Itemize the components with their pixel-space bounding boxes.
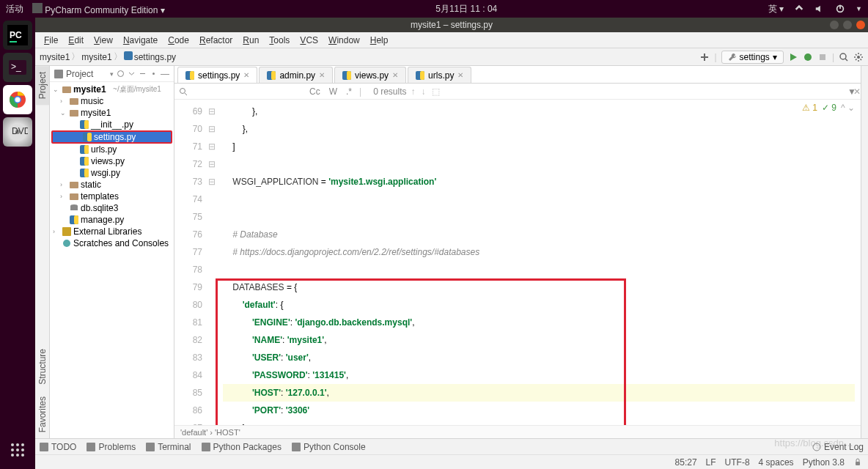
bottom-tool-terminal[interactable]: Terminal xyxy=(146,442,191,452)
menu-navigate[interactable]: Navigate xyxy=(119,34,162,47)
svg-rect-70 xyxy=(202,443,210,451)
code-content[interactable]: }, }, ] WSGI_APPLICATION = 'mysite1.wsgi… xyxy=(217,100,861,425)
tree-item-manage-py[interactable]: manage.py xyxy=(50,214,174,226)
debug-button[interactable] xyxy=(803,52,813,62)
run-config-selector[interactable]: settings ▾ xyxy=(721,51,784,64)
tab-admin-py[interactable]: admin.py✕ xyxy=(259,67,333,83)
system-clock[interactable]: 5月11日 11 : 04 xyxy=(165,3,768,15)
tree-item-views-py[interactable]: views.py xyxy=(50,155,174,167)
menu-vcs[interactable]: VCS xyxy=(295,34,323,47)
menu-code[interactable]: Code xyxy=(163,34,194,47)
search-opt-.*[interactable]: .* xyxy=(343,86,355,97)
tool-settings-icon[interactable] xyxy=(150,70,158,78)
editor-search-bar: CcW.* | 0 results ↑ ↓ ⬚ ▼ ✕ xyxy=(174,84,861,100)
tree-item-Scratches-and-Consoles[interactable]: Scratches and Consoles xyxy=(50,237,174,249)
caret-position[interactable]: 85:27 xyxy=(675,457,697,468)
search-everywhere-icon[interactable] xyxy=(839,52,849,62)
settings-icon[interactable] xyxy=(853,52,864,62)
close-icon[interactable]: ✕ xyxy=(392,71,398,79)
select-opened-icon[interactable] xyxy=(117,70,125,78)
tab-views-py[interactable]: views.py✕ xyxy=(334,67,406,83)
search-input[interactable] xyxy=(192,86,302,97)
tree-item-wsgi-py[interactable]: wsgi.py xyxy=(50,167,174,179)
run-button[interactable] xyxy=(788,52,798,62)
line-ending[interactable]: LF xyxy=(706,457,716,468)
app-indicator[interactable]: PyCharm Community Edition ▾ xyxy=(32,3,165,15)
project-tree[interactable]: ⌄ mysite1 ~/桌面/mysite1 ›music⌄mysite1__i… xyxy=(50,82,174,438)
tree-item-settings-py[interactable]: settings.py xyxy=(51,130,172,144)
bottom-tool-problems[interactable]: Problems xyxy=(87,442,136,452)
tree-item-urls-py[interactable]: urls.py xyxy=(50,144,174,155)
tree-item-__init__-py[interactable]: __init__.py xyxy=(50,119,174,130)
svg-point-56 xyxy=(63,240,70,247)
volume-icon[interactable] xyxy=(814,4,825,14)
code-editor[interactable]: 6970717273747576777879808182838485868788… xyxy=(174,100,861,425)
menu-help[interactable]: Help xyxy=(366,34,393,47)
launcher-chrome[interactable] xyxy=(3,85,32,114)
power-icon[interactable] xyxy=(835,4,845,14)
lock-icon[interactable] xyxy=(853,458,862,467)
python-interpreter[interactable]: Python 3.8 xyxy=(803,457,845,468)
project-tool-button[interactable]: Project xyxy=(36,66,49,105)
tree-item-templates[interactable]: ›templates xyxy=(50,191,174,202)
tab-urls-py[interactable]: urls.py✕ xyxy=(408,67,471,83)
project-root[interactable]: ⌄ mysite1 ~/桌面/mysite1 xyxy=(50,84,174,95)
close-icon[interactable]: ✕ xyxy=(457,71,463,79)
menu-view[interactable]: View xyxy=(89,34,117,47)
window-titlebar[interactable]: mysite1 – settings.py xyxy=(35,18,868,32)
activities-button[interactable]: 活动 xyxy=(6,3,23,15)
svg-point-27 xyxy=(804,53,812,61)
hide-tool-icon[interactable]: — xyxy=(161,69,169,79)
search-next-icon[interactable]: ↓ xyxy=(422,86,426,97)
search-prev-icon[interactable]: ↑ xyxy=(411,86,416,97)
svg-rect-50 xyxy=(70,193,78,200)
search-select-all-icon[interactable]: ⬚ xyxy=(432,86,440,97)
folder-icon xyxy=(70,97,78,106)
window-minimize[interactable] xyxy=(830,21,839,29)
close-icon[interactable]: ✕ xyxy=(243,71,249,79)
menu-file[interactable]: File xyxy=(40,34,62,47)
file-encoding[interactable]: UTF-8 xyxy=(725,457,750,468)
tree-item-music[interactable]: ›music xyxy=(50,95,174,107)
search-close-icon[interactable]: ✕ xyxy=(853,86,861,97)
input-method[interactable]: 英 ▾ xyxy=(768,3,784,15)
collapse-icon[interactable] xyxy=(139,70,147,78)
search-opt-W[interactable]: W xyxy=(326,86,340,97)
menu-run[interactable]: Run xyxy=(238,34,263,47)
launcher-terminal[interactable]: >_ xyxy=(3,53,32,82)
search-opt-Cc[interactable]: Cc xyxy=(306,86,323,97)
close-icon[interactable]: ✕ xyxy=(319,71,325,79)
expand-all-icon[interactable] xyxy=(128,70,136,78)
svg-rect-42 xyxy=(87,133,92,141)
navigation-breadcrumb[interactable]: mysite1〉mysite1〉 settings.py xyxy=(40,51,176,63)
menu-tools[interactable]: Tools xyxy=(265,34,294,47)
bottom-tool-python-console[interactable]: Python Console xyxy=(292,442,366,452)
project-tool-window: Project▾ — ⌄ mysite1 ~/桌面/mysite1 ›music… xyxy=(50,66,174,438)
tree-item-External-Libraries[interactable]: ›External Libraries xyxy=(50,226,174,237)
code-breadcrumb[interactable]: 'default' › 'HOST' xyxy=(174,425,861,438)
window-close[interactable] xyxy=(856,21,865,29)
favorites-tool-button[interactable]: Favorites xyxy=(36,391,49,438)
network-icon[interactable] xyxy=(794,4,804,14)
bottom-tool-python-packages[interactable]: Python Packages xyxy=(202,442,282,452)
bottom-tool-todo[interactable]: TODO xyxy=(40,442,76,452)
window-maximize[interactable] xyxy=(843,21,852,29)
menu-window[interactable]: Window xyxy=(324,34,364,47)
menu-edit[interactable]: Edit xyxy=(64,34,88,47)
launcher-pycharm[interactable]: PC xyxy=(3,21,32,50)
indent-setting[interactable]: 4 spaces xyxy=(759,457,794,468)
svg-point-29 xyxy=(840,53,846,59)
structure-tool-button[interactable]: Structure xyxy=(36,343,49,391)
launcher-disc[interactable]: DVD xyxy=(3,117,32,147)
menu-refactor[interactable]: Refactor xyxy=(195,34,237,47)
system-menu-chevron-icon[interactable]: ▼ xyxy=(856,5,862,12)
tree-item-db-sqlite3[interactable]: db.sqlite3 xyxy=(50,202,174,214)
fold-gutter[interactable]: ⊟⊟⊟⊟⊟ xyxy=(207,100,217,425)
tree-item-static[interactable]: ›static xyxy=(50,179,174,191)
db-icon xyxy=(70,204,78,213)
stop-button[interactable] xyxy=(817,52,828,62)
tab-settings-py[interactable]: settings.py✕ xyxy=(177,67,257,83)
add-config-icon[interactable] xyxy=(699,52,710,62)
tree-item-mysite1[interactable]: ⌄mysite1 xyxy=(50,107,174,119)
launcher-apps-grid[interactable] xyxy=(3,435,32,465)
